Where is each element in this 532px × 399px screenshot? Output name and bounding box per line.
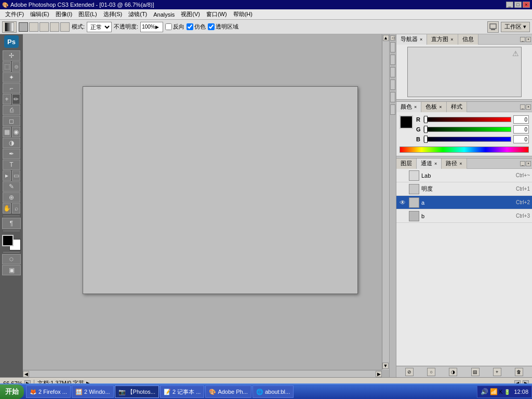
tool-preset-btn[interactable] — [2, 21, 17, 33]
tool-rect-select[interactable]: ⬚ — [3, 61, 11, 72]
opacity-arrow[interactable]: ▶ — [155, 24, 159, 30]
color-resize-handle[interactable] — [396, 156, 532, 158]
tool-zoom[interactable]: ⌕ — [12, 203, 20, 214]
tray-icon-2[interactable]: 📶 — [490, 388, 498, 395]
tool-hand[interactable]: ✋ — [3, 203, 11, 214]
tool-brush[interactable]: ✏ — [12, 94, 20, 104]
menu-select[interactable]: 选择(S) — [100, 9, 126, 19]
strip-expand-btn[interactable]: ◁ — [390, 35, 395, 41]
b-value[interactable]: 0 — [513, 135, 529, 143]
menu-edit[interactable]: 编辑(E) — [27, 9, 52, 19]
tab-swatches[interactable]: 色板 × — [421, 102, 446, 112]
hist-tab-close[interactable]: × — [450, 37, 453, 42]
b-slider-track[interactable] — [423, 137, 511, 142]
channel-eye-lab[interactable] — [398, 171, 407, 180]
dither-checkbox[interactable] — [187, 23, 193, 30]
foreground-color-swatch[interactable] — [2, 235, 14, 246]
tool-gradient[interactable]: ▦ — [3, 127, 11, 137]
tool-crop[interactable]: ⌐ — [3, 83, 20, 94]
tool-shape[interactable]: ▭ — [12, 170, 20, 181]
restore-button[interactable]: □ — [514, 2, 522, 8]
tab-paths[interactable]: 路径 × — [442, 158, 467, 169]
strip-icon-1[interactable] — [390, 42, 395, 52]
layer-group-btn[interactable]: ▤ — [471, 368, 480, 376]
tool-dodge[interactable]: ◑ — [3, 138, 20, 148]
hscroll-right[interactable]: ▶ — [376, 371, 382, 377]
color-panel-minimize[interactable]: _ — [520, 104, 525, 110]
tool-move[interactable]: ✢ — [3, 50, 20, 61]
color-panel-close[interactable]: × — [526, 104, 531, 110]
horizontal-scrollbar[interactable]: ◀ ▶ — [23, 370, 382, 377]
taskbar-item-firefox[interactable]: 🦊 2 Firefox ... — [26, 385, 71, 398]
workspace-button[interactable]: 工作区 ▾ — [501, 22, 530, 32]
image-canvas[interactable] — [83, 86, 358, 294]
menu-view[interactable]: 视图(V) — [178, 9, 203, 19]
brush-mode-2[interactable] — [29, 22, 38, 32]
nav-tab-close[interactable]: × — [420, 37, 422, 42]
nav-panel-close[interactable]: × — [526, 37, 531, 42]
opacity-input[interactable]: 100% ▶ — [140, 22, 163, 32]
tool-eraser[interactable]: ◻ — [3, 116, 20, 126]
vertical-scrollbar[interactable]: ▲ ▼ — [382, 34, 389, 370]
brush-mode-4[interactable] — [50, 22, 59, 32]
channel-eye-a[interactable]: 👁 — [398, 198, 407, 207]
channel-row-brightness[interactable]: 明度 Ctrl+1 — [396, 182, 532, 196]
workspace-icon-btn[interactable] — [487, 21, 499, 33]
tab-color[interactable]: 颜色 × — [396, 102, 421, 112]
channel-row-b[interactable]: b Ctrl+3 — [396, 209, 532, 223]
taskbar-item-windows[interactable]: 🪟 2 Windo... — [72, 385, 114, 398]
transparency-check[interactable]: 透明区域 — [208, 23, 238, 31]
tray-icon-4[interactable]: 🔋 — [504, 389, 510, 395]
strip-icon-3[interactable] — [390, 67, 395, 77]
menu-image[interactable]: 图像(I) — [52, 9, 75, 19]
brush-mode-3[interactable] — [39, 22, 49, 32]
tool-blur[interactable]: ◉ — [12, 127, 20, 137]
tool-eyedrop[interactable]: ⊕ — [3, 192, 20, 203]
strip-icon-4[interactable] — [390, 79, 395, 90]
taskbar-item-notepad[interactable]: 📝 2 记事本 ... — [160, 385, 204, 398]
taskbar-item-adobe[interactable]: 🎨 Adobe Ph... — [205, 385, 251, 398]
dither-check[interactable]: 仿色 — [187, 23, 206, 31]
layer-delete-btn[interactable]: 🗑 — [515, 368, 523, 376]
strip-icon-5[interactable] — [390, 92, 395, 102]
tab-histogram[interactable]: 直方图 × — [427, 34, 458, 45]
window-controls[interactable]: _ □ × — [506, 2, 530, 8]
strip-icon-6[interactable] — [390, 104, 395, 115]
paths-tab-close[interactable]: × — [459, 161, 462, 166]
screen-mode-button[interactable]: ▣ — [2, 265, 21, 275]
nav-resize-handle[interactable] — [396, 99, 532, 101]
r-slider-thumb[interactable] — [424, 116, 428, 123]
quick-mask-button[interactable]: ⬡ — [2, 254, 21, 264]
channel-row-a[interactable]: 👁 a Ctrl+2 — [396, 196, 532, 209]
menu-layer[interactable]: 图层(L) — [75, 9, 100, 19]
layer-fx-btn[interactable]: ⊘ — [405, 368, 414, 376]
brush-mode-1[interactable] — [19, 22, 28, 32]
g-slider-track[interactable] — [423, 127, 511, 132]
spectrum-bar[interactable] — [400, 147, 529, 153]
tool-type[interactable]: T — [3, 159, 20, 170]
close-button[interactable]: × — [523, 2, 530, 8]
r-value[interactable]: 0 — [513, 115, 529, 124]
reverse-checkbox[interactable] — [165, 23, 172, 30]
tool-magic-wand[interactable]: ✦ — [3, 72, 20, 83]
channels-tab-close[interactable]: × — [434, 161, 437, 166]
strip-icon-2[interactable] — [390, 55, 395, 65]
color-swatches[interactable] — [2, 235, 21, 250]
tab-info[interactable]: 信息 — [458, 34, 478, 45]
layers-panel-close[interactable]: × — [526, 161, 531, 166]
tool-notes[interactable]: ✎ — [3, 181, 20, 192]
tray-icon-3[interactable]: K — [499, 389, 503, 395]
menu-analysis[interactable]: Analysis — [150, 10, 178, 19]
minimize-button[interactable]: _ — [506, 2, 513, 8]
brush-mode-5[interactable] — [60, 22, 70, 32]
transparency-checkbox[interactable] — [208, 23, 215, 30]
tool-path-select[interactable]: ▸ — [3, 170, 11, 181]
fg-color-swatch[interactable] — [400, 115, 413, 129]
layer-adj-btn[interactable]: ◑ — [449, 368, 457, 376]
tray-icon-1[interactable]: 🔊 — [481, 388, 488, 395]
layers-panel-minimize[interactable]: _ — [520, 161, 525, 166]
r-slider-track[interactable] — [423, 117, 511, 122]
taskbar-item-photoshop[interactable]: 📷 【Photos... — [115, 385, 159, 398]
tool-para[interactable]: ¶ — [2, 218, 21, 229]
layer-mask-btn[interactable]: ○ — [427, 368, 435, 376]
